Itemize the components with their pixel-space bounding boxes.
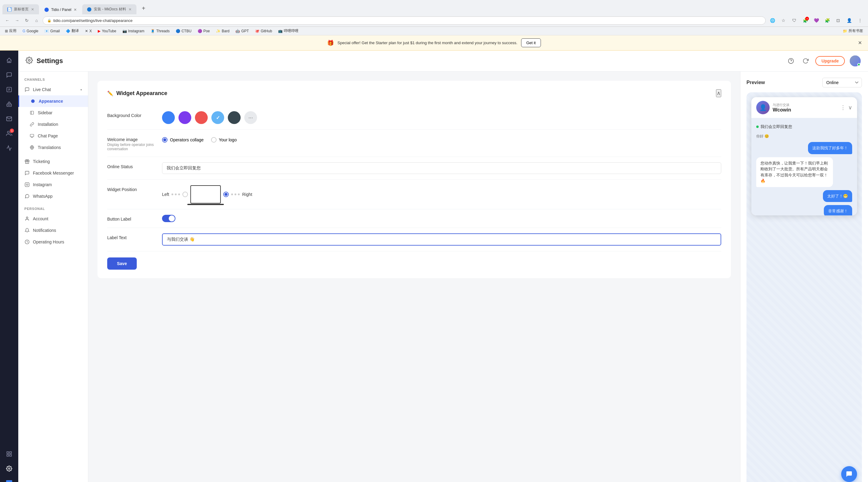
bookmark-gpt[interactable]: 🤖 GPT [234, 28, 250, 34]
bookmark-threads[interactable]: 🧵 Threads [149, 28, 171, 34]
extension2-icon[interactable]: 🧩 [823, 16, 832, 25]
shield-icon[interactable]: 🛡 [790, 16, 799, 25]
nav-item-appearance[interactable]: Appearance [18, 95, 88, 107]
preview-label: Preview [746, 80, 765, 85]
color-swatch-dark[interactable] [228, 111, 241, 124]
sidebar-icon-contacts[interactable]: 1 [3, 127, 15, 140]
left-navigation: CHANNELS Live Chat ▾ Appearance [18, 71, 88, 482]
notification-close-button[interactable]: ✕ [858, 40, 862, 46]
bookmark-google[interactable]: G Google [21, 28, 40, 34]
url-text: tidio.com/panel/settings/live-chat/appea… [53, 18, 132, 23]
save-button[interactable]: Save [107, 258, 137, 270]
position-dot-2 [175, 193, 177, 195]
bookmark-all-bookmarks[interactable]: 📁 所有书签 [841, 28, 864, 34]
tab-close-2[interactable]: ✕ [74, 8, 77, 12]
preview-status-select[interactable]: Online Offline Away [822, 78, 862, 87]
instagram-icon [24, 182, 30, 187]
widget-position-control: Left [162, 185, 721, 204]
menu-icon[interactable]: ⋮ [856, 16, 864, 25]
bookmark-poe-icon: 🟣 [198, 29, 202, 33]
sidebar-icon-email[interactable] [3, 113, 15, 125]
bookmark-github[interactable]: 🐙 GitHub [254, 28, 273, 34]
label-text-input[interactable] [162, 233, 721, 246]
browser-tab-2[interactable]: Tidio / Panel ✕ [40, 5, 82, 14]
sidebar-bottom [3, 448, 15, 482]
bookmark-bilibili[interactable]: 📺 哔哩哔哩 [277, 28, 300, 34]
help-icon[interactable] [786, 56, 796, 66]
bookmark-translate[interactable]: 🔷 翻译 [65, 28, 80, 34]
bookmark-gmail-icon: 📧 [44, 29, 49, 33]
chat-header-info: 与进行交谈 Wcowin [773, 103, 837, 113]
operators-collage-option[interactable]: Operators collage [162, 137, 204, 143]
svg-point-4 [7, 131, 9, 133]
upgrade-button[interactable]: Upgrade [815, 56, 845, 66]
nav-item-sidebar[interactable]: Sidebar [18, 107, 88, 119]
sidebar-icon-chat[interactable] [3, 477, 15, 482]
nav-item-operating-hours[interactable]: Operating Hours [18, 236, 88, 248]
tab-close-3[interactable]: ✕ [128, 7, 131, 11]
operators-collage-radio[interactable] [162, 137, 167, 143]
nav-item-live-chat[interactable]: Live Chat ▾ [18, 84, 88, 95]
address-bar[interactable]: 🔒 tidio.com/panel/settings/live-chat/app… [43, 17, 766, 25]
nav-item-translations[interactable]: Translations [18, 142, 88, 153]
bookmark-gmail[interactable]: 📧 Gmail [43, 28, 61, 34]
browser-tab-3[interactable]: 安装 - MkDocs 材料 ✕ [82, 4, 136, 14]
home-button[interactable]: ⌂ [33, 17, 40, 24]
nav-item-facebook[interactable]: Facebook Messenger [18, 167, 88, 179]
position-right-radio[interactable] [223, 192, 229, 197]
tab-close-1[interactable]: ✕ [31, 7, 34, 11]
avatar[interactable] [850, 56, 861, 66]
sidebar-icon-bot[interactable] [3, 98, 15, 110]
color-swatch-red[interactable] [195, 111, 208, 124]
star-icon[interactable]: ☆ [779, 16, 787, 25]
collapse-button[interactable]: ∧ [716, 89, 721, 97]
nav-item-chat-page[interactable]: Chat Page [18, 130, 88, 142]
button-label-toggle-switch[interactable] [162, 215, 176, 222]
reload-button[interactable]: ↻ [23, 17, 30, 24]
sidebar-icon-inbox[interactable] [3, 69, 15, 81]
nav-item-ticketing[interactable]: Ticketing [18, 156, 88, 167]
nav-item-ticketing-label: Ticketing [33, 159, 50, 164]
your-logo-option[interactable]: Your logo [211, 137, 237, 143]
online-status-input[interactable] [162, 162, 721, 174]
translate-icon[interactable]: 🌐 [768, 16, 777, 25]
user-profile-icon[interactable]: 👤 [845, 16, 854, 25]
nav-item-instagram[interactable]: Instagram [18, 179, 88, 190]
sidebar-icon-settings[interactable] [3, 462, 15, 475]
chat-more-icon[interactable]: ⋮ [840, 104, 846, 111]
extension-icon[interactable]: 🧩4 [801, 16, 809, 25]
browser-tab-1[interactable]: 📄 新标签页 ✕ [2, 4, 39, 14]
nav-item-whatsapp[interactable]: WhatsApp [18, 190, 88, 202]
color-swatch-teal[interactable] [211, 111, 224, 124]
color-swatch-more[interactable]: ··· [244, 111, 257, 124]
nav-item-account[interactable]: Account [18, 213, 88, 224]
profile-icon[interactable]: 💜 [812, 16, 820, 25]
position-left-radio[interactable] [182, 192, 188, 197]
back-button[interactable]: ← [4, 17, 11, 24]
color-swatch-purple[interactable] [179, 111, 191, 124]
bookmark-apps[interactable]: ⊞ 应用 [4, 28, 18, 34]
chat-collapse-icon[interactable]: ∨ [848, 104, 852, 111]
sidebar-icon-home[interactable] [3, 54, 15, 66]
forward-button[interactable]: → [13, 17, 21, 24]
split-icon[interactable]: ⊡ [834, 16, 842, 25]
nav-item-notifications[interactable]: Notifications [18, 224, 88, 236]
sidebar-icon-ai[interactable] [3, 84, 15, 96]
bookmark-bard[interactable]: ✨ Bard [215, 28, 230, 34]
sidebar-icon-apps[interactable] [3, 448, 15, 460]
bookmark-instagram[interactable]: 📷 Instagram [121, 28, 146, 34]
online-status-control [162, 162, 721, 174]
color-swatch-blue[interactable] [162, 111, 175, 124]
bookmark-youtube[interactable]: ▶ YouTube [97, 28, 117, 34]
svg-point-3 [10, 105, 10, 106]
new-tab-button[interactable]: + [137, 2, 151, 14]
sidebar-icon-analytics[interactable] [3, 142, 15, 154]
your-logo-radio[interactable] [211, 137, 217, 143]
refresh-icon[interactable] [801, 56, 810, 66]
nav-item-installation[interactable]: Installation [18, 119, 88, 130]
bookmark-x[interactable]: ✕ X [84, 28, 93, 34]
bookmark-poe[interactable]: 🟣 Poe [196, 28, 211, 34]
chat-fab-button[interactable] [841, 466, 857, 482]
get-it-button[interactable]: Get it [521, 38, 541, 47]
bookmark-ctbu[interactable]: 🔵 CTBU [175, 28, 193, 34]
